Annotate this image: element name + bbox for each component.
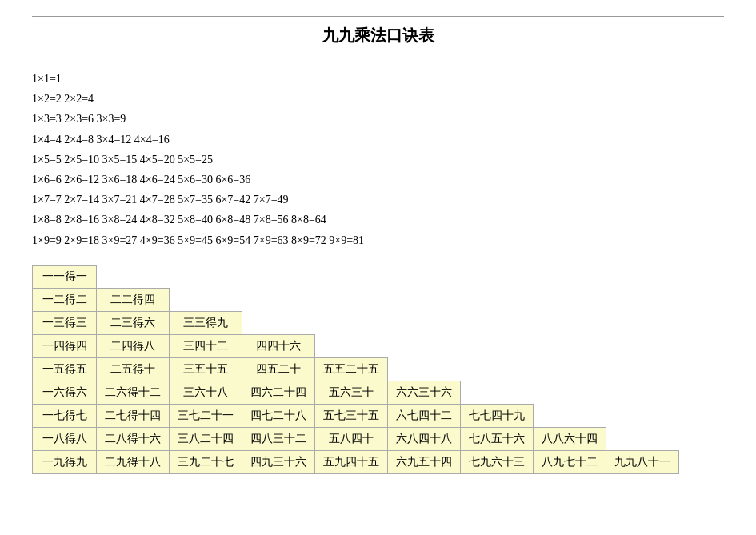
table-cell	[534, 311, 606, 334]
table-cell	[461, 357, 534, 381]
table-cell: 八八六十四	[534, 427, 606, 450]
table-cell	[242, 288, 315, 311]
table-cell	[97, 265, 170, 288]
table-cell	[242, 265, 315, 288]
table-cell	[315, 288, 388, 311]
table-cell	[534, 265, 606, 288]
table-cell	[534, 357, 606, 381]
table-cell: 一四得四	[33, 334, 97, 357]
table-cell	[461, 288, 534, 311]
table-cell	[170, 265, 242, 288]
table-cell: 一二得二	[33, 288, 97, 311]
table-cell	[461, 311, 534, 334]
table-cell	[461, 265, 534, 288]
table-cell	[388, 288, 461, 311]
table-cell	[606, 334, 679, 357]
arabic-row: 1×6=6 2×6=12 3×6=18 4×6=24 5×6=30 6×6=36	[32, 170, 724, 190]
table-cell: 二九得十八	[97, 450, 170, 473]
arabic-row: 1×5=5 2×5=10 3×5=15 4×5=20 5×5=25	[32, 150, 724, 170]
table-cell: 四七二十八	[242, 404, 315, 427]
table-cell	[606, 288, 679, 311]
table-cell	[242, 311, 315, 334]
table-cell: 一五得五	[33, 357, 97, 381]
table-cell: 四五二十	[242, 357, 315, 381]
arabic-row: 1×2=2 2×2=4	[32, 89, 724, 109]
table-cell: 六七四十二	[388, 404, 461, 427]
table-cell: 二二得四	[97, 288, 170, 311]
table-cell	[388, 357, 461, 381]
table-cell: 九九八十一	[606, 450, 679, 473]
table-cell	[170, 288, 242, 311]
arabic-row: 1×4=4 2×4=8 3×4=12 4×4=16	[32, 130, 724, 150]
arabic-row: 1×3=3 2×3=6 3×3=9	[32, 109, 724, 129]
table-row: 一七得七二七得十四三七二十一四七二十八五七三十五六七四十二七七四十九	[33, 404, 679, 427]
table-cell: 四四十六	[242, 334, 315, 357]
table-cell: 七九六十三	[461, 450, 534, 473]
table-cell: 二八得十六	[97, 427, 170, 450]
table-cell	[388, 334, 461, 357]
table-cell: 七七四十九	[461, 404, 534, 427]
table-cell: 五七三十五	[315, 404, 388, 427]
table-cell	[534, 334, 606, 357]
table-cell: 一三得三	[33, 311, 97, 334]
table-cell	[388, 265, 461, 288]
table-row: 一四得四二四得八三四十二四四十六	[33, 334, 679, 357]
table-cell	[315, 265, 388, 288]
table-row: 一八得八二八得十六三八二十四四八三十二五八四十六八四十八七八五十六八八六十四	[33, 427, 679, 450]
arabic-row: 1×7=7 2×7=14 3×7=21 4×7=28 5×7=35 6×7=42…	[32, 190, 724, 210]
table-row: 一九得九二九得十八三九二十七四九三十六五九四十五六九五十四七九六十三八九七十二九…	[33, 450, 679, 473]
table-cell: 五九四十五	[315, 450, 388, 473]
table-cell	[606, 381, 679, 404]
arabic-row: 1×9=9 2×9=18 3×9=27 4×9=36 5×9=45 6×9=54…	[32, 230, 724, 250]
table-cell	[534, 404, 606, 427]
table-cell: 三八二十四	[170, 427, 242, 450]
table-cell: 一九得九	[33, 450, 97, 473]
table-cell: 四九三十六	[242, 450, 315, 473]
table-row: 一五得五二五得十三五十五四五二十五五二十五	[33, 357, 679, 381]
table-cell	[534, 288, 606, 311]
table-cell: 七八五十六	[461, 427, 534, 450]
table-cell: 四八三十二	[242, 427, 315, 450]
table-cell: 六九五十四	[388, 450, 461, 473]
table-cell: 五六三十	[315, 381, 388, 404]
table-cell: 一七得七	[33, 404, 97, 427]
table-cell: 一一得一	[33, 265, 97, 288]
table-row: 一六得六二六得十二三六十八四六二十四五六三十六六三十六	[33, 381, 679, 404]
table-cell: 二四得八	[97, 334, 170, 357]
arabic-row: 1×1=1	[32, 69, 724, 89]
table-cell	[606, 311, 679, 334]
page-title: 九九乘法口诀表	[32, 16, 724, 54]
table-cell: 二七得十四	[97, 404, 170, 427]
chinese-multiplication-table: 一一得一一二得二二二得四一三得三二三得六三三得九一四得四二四得八三四十二四四十六…	[32, 265, 679, 474]
table-cell	[606, 265, 679, 288]
table-row: 一一得一	[33, 265, 679, 288]
table-cell: 三九二十七	[170, 450, 242, 473]
table-cell	[534, 381, 606, 404]
table-cell	[606, 427, 679, 450]
table-cell: 五八四十	[315, 427, 388, 450]
table-row: 一三得三二三得六三三得九	[33, 311, 679, 334]
table-cell	[606, 357, 679, 381]
table-cell: 三四十二	[170, 334, 242, 357]
table-cell: 三六十八	[170, 381, 242, 404]
chinese-table-section: 一一得一一二得二二二得四一三得三二三得六三三得九一四得四二四得八三四十二四四十六…	[32, 265, 724, 474]
table-cell: 二三得六	[97, 311, 170, 334]
table-cell: 一八得八	[33, 427, 97, 450]
table-cell: 三三得九	[170, 311, 242, 334]
table-cell	[461, 334, 534, 357]
arabic-row: 1×8=8 2×8=16 3×8=24 4×8=32 5×8=40 6×8=48…	[32, 210, 724, 230]
table-cell	[388, 311, 461, 334]
table-cell: 三五十五	[170, 357, 242, 381]
table-cell: 六八四十八	[388, 427, 461, 450]
table-cell: 五五二十五	[315, 357, 388, 381]
table-cell	[315, 311, 388, 334]
table-cell: 八九七十二	[534, 450, 606, 473]
arabic-section: 1×1=11×2=2 2×2=41×3=3 2×3=6 3×3=91×4=4 2…	[32, 69, 724, 250]
table-cell	[606, 404, 679, 427]
table-cell: 六六三十六	[388, 381, 461, 404]
table-cell	[461, 381, 534, 404]
table-cell: 二六得十二	[97, 381, 170, 404]
table-cell	[315, 334, 388, 357]
table-row: 一二得二二二得四	[33, 288, 679, 311]
table-cell: 四六二十四	[242, 381, 315, 404]
